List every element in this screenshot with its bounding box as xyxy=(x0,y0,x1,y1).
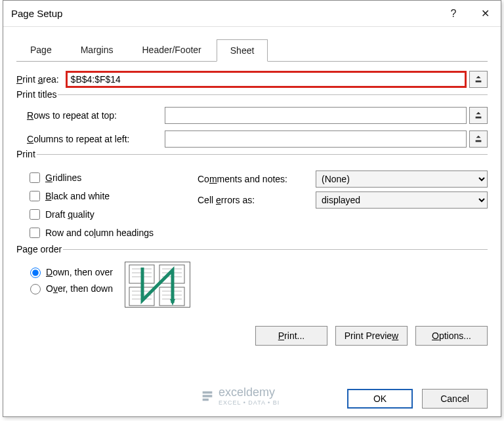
tab-page[interactable]: Page xyxy=(16,39,66,61)
watermark-brand: exceldemy xyxy=(219,386,275,399)
rows-repeat-input[interactable] xyxy=(165,107,467,124)
rows-repeat-collapse-button[interactable] xyxy=(469,107,488,124)
collapse-icon xyxy=(474,111,483,120)
watermark-sub: EXCEL • DATA • BI xyxy=(219,399,280,406)
rows-repeat-row: Rows to repeat at top: xyxy=(27,107,488,124)
errors-select[interactable]: displayed xyxy=(316,191,488,209)
print-titles-group-label: Print titles xyxy=(16,89,58,100)
print-preview-button[interactable]: Print Preview xyxy=(335,326,408,346)
errors-row: Cell errors as: displayed xyxy=(198,191,488,209)
action-button-row: Print... Print Preview Options... xyxy=(16,326,488,346)
down-over-radio[interactable]: Down, then over xyxy=(27,266,113,278)
over-down-radio[interactable]: Over, then down xyxy=(27,282,113,294)
watermark: exceldemy EXCEL • DATA • BI xyxy=(200,386,280,406)
print-button[interactable]: Print... xyxy=(255,326,327,346)
cols-repeat-label: Columns to repeat at left: xyxy=(27,134,158,144)
print-options-left: Gridlines Black and white Draft quality … xyxy=(27,167,198,244)
print-area-label: Print area: xyxy=(16,74,59,85)
collapse-icon xyxy=(474,134,483,144)
cancel-button[interactable]: Cancel xyxy=(422,389,488,409)
page-order-icon xyxy=(125,262,190,308)
dialog-title: Page Setup xyxy=(11,8,438,19)
print-area-collapse-button[interactable] xyxy=(469,71,488,88)
comments-row: Comments and notes: (None) xyxy=(198,170,488,188)
dialog-body: Page Margins Header/Footer Sheet Print a… xyxy=(3,27,501,353)
page-setup-dialog: Page Setup ? ✕ Page Margins Header/Foote… xyxy=(3,0,501,417)
gridlines-checkbox[interactable]: Gridlines xyxy=(27,170,198,185)
page-order-group-label: Page order xyxy=(16,244,63,254)
black-white-checkbox[interactable]: Black and white xyxy=(27,189,198,203)
print-titles-group: Print titles Rows to repeat at top: Colu… xyxy=(16,94,488,148)
errors-label: Cell errors as: xyxy=(198,195,316,205)
cols-repeat-row: Columns to repeat at left: xyxy=(27,130,488,148)
print-group: Print Gridlines Black and white Draft qu… xyxy=(16,154,488,244)
tab-margins[interactable]: Margins xyxy=(67,39,127,61)
comments-select[interactable]: (None) xyxy=(316,170,488,188)
collapse-icon xyxy=(474,75,483,84)
page-order-group: Page order Down, then over Over, then do… xyxy=(16,249,488,308)
tab-header-footer[interactable]: Header/Footer xyxy=(129,39,215,61)
cols-repeat-collapse-button[interactable] xyxy=(469,130,488,148)
options-button[interactable]: Options... xyxy=(415,326,488,346)
watermark-icon xyxy=(200,389,215,403)
print-area-row: Print area: xyxy=(16,71,488,88)
dialog-footer: OK Cancel xyxy=(347,389,488,409)
rows-repeat-label: Rows to repeat at top: xyxy=(27,110,158,121)
row-col-headings-checkbox[interactable]: Row and column headings xyxy=(27,226,198,240)
help-button[interactable]: ? xyxy=(438,1,469,27)
ok-button[interactable]: OK xyxy=(347,389,413,409)
print-options-right: Comments and notes: (None) Cell errors a… xyxy=(198,167,488,244)
page-order-options: Down, then over Over, then down xyxy=(27,262,113,298)
comments-label: Comments and notes: xyxy=(198,174,316,184)
tab-sheet[interactable]: Sheet xyxy=(217,39,268,62)
draft-quality-checkbox[interactable]: Draft quality xyxy=(27,207,198,222)
titlebar: Page Setup ? ✕ xyxy=(3,1,501,27)
print-area-input[interactable] xyxy=(66,71,467,88)
print-group-label: Print xyxy=(16,149,37,159)
tab-strip: Page Margins Header/Footer Sheet xyxy=(16,39,488,62)
cols-repeat-input[interactable] xyxy=(165,130,467,148)
close-button[interactable]: ✕ xyxy=(469,1,501,27)
